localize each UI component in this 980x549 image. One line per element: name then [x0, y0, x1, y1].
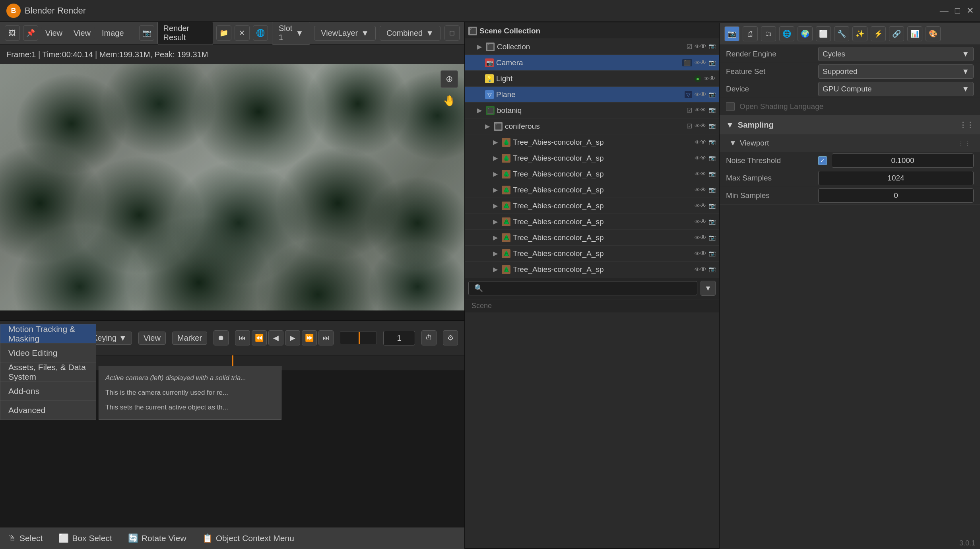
tree-item-6[interactable]: ▶ 🌲 Tree_Abies-concolor_A_sp 👁📷 — [465, 214, 719, 230]
tree-item-7[interactable]: ▶ 🌲 Tree_Abies-concolor_A_sp 👁📷 — [465, 230, 719, 246]
botaniq-render-vis[interactable]: 📷 — [709, 107, 716, 114]
world-props-icon[interactable]: 🌍 — [798, 26, 813, 41]
view-menu-timeline[interactable]: View — [138, 332, 166, 345]
view-menu[interactable]: View — [41, 27, 66, 39]
pin-button[interactable]: 📌 — [23, 25, 38, 41]
tree-vis-3[interactable]: 👁 — [695, 171, 706, 178]
render-viewport[interactable]: ⊕ 🤚 — [0, 64, 464, 310]
botaniq-item[interactable]: ▶ ⬛ botaniq ☑ 👁 📷 — [465, 103, 719, 118]
tree-vis-2[interactable]: 👁 — [695, 155, 706, 162]
noise-threshold-input[interactable]: 0.1000 — [832, 153, 974, 168]
close-render-button[interactable]: ✕ — [235, 25, 250, 41]
data-props-icon[interactable]: 📊 — [907, 26, 922, 41]
close-button[interactable]: ✕ — [966, 6, 974, 16]
tree-item-2[interactable]: ▶ 🌲 Tree_Abies-concolor_A_sp 👁📷 — [465, 150, 719, 166]
folder-icon[interactable]: 📁 — [216, 25, 231, 41]
tree-render-4[interactable]: 📷 — [709, 186, 716, 194]
timeline-sync-button[interactable]: ⚙ — [443, 330, 458, 345]
object-props-icon[interactable]: ⬜ — [816, 26, 831, 41]
tree-item-8[interactable]: ▶ 🌲 Tree_Abies-concolor_A_sp 👁📷 — [465, 246, 719, 262]
output-props-icon[interactable]: 🖨 — [743, 26, 758, 41]
sampling-dots[interactable]: ⋮⋮ — [959, 120, 974, 129]
tree-item-1[interactable]: ▶ 🌲 Tree_Abies-concolor_A_sp 👁📷 — [465, 134, 719, 150]
material-props-icon[interactable]: 🎨 — [926, 26, 941, 41]
tree-vis-1[interactable]: 👁 — [695, 139, 706, 146]
noise-threshold-checkbox[interactable]: ✓ — [818, 156, 827, 165]
step-forward-button[interactable]: ⏩ — [302, 330, 317, 345]
sidebar-item-video-editing[interactable]: Video Editing — [0, 343, 96, 363]
record-button[interactable]: ⏺ — [213, 330, 229, 345]
tree-render-6[interactable]: 📷 — [709, 218, 716, 225]
collection-render-vis[interactable]: 📷 — [709, 43, 716, 50]
outliner-arrow-button[interactable]: ▼ — [701, 281, 716, 296]
device-dropdown[interactable]: GPU Compute ▼ — [818, 82, 974, 96]
globe-icon[interactable]: 🌐 — [253, 25, 268, 41]
light-visibility[interactable]: 👁 — [704, 75, 716, 82]
step-back-button[interactable]: ⏪ — [252, 330, 267, 345]
tree-render-8[interactable]: 📷 — [709, 250, 716, 257]
pass-selector[interactable]: Combined ▼ — [380, 26, 441, 41]
sidebar-item-motion-tracking[interactable]: Motion Tracking & Masking — [0, 324, 96, 343]
minimize-button[interactable]: — — [940, 6, 949, 16]
tree-item-5[interactable]: ▶ 🌲 Tree_Abies-concolor_A_sp 👁📷 — [465, 198, 719, 214]
sidebar-item-assets[interactable]: Assets, Files, & Data System — [0, 363, 96, 382]
botaniq-visibility[interactable]: 👁 — [695, 107, 706, 114]
coniferous-item[interactable]: ▶ ⬛ coniferous ☑ 👁 📷 — [465, 118, 719, 134]
render-props-icon[interactable]: 📷 — [724, 26, 739, 41]
light-item[interactable]: 💡 Light ● 👁 — [465, 71, 719, 87]
tree-vis-9[interactable]: 👁 — [695, 266, 706, 273]
tree-render-1[interactable]: 📷 — [709, 139, 716, 146]
tree-item-4[interactable]: ▶ 🌲 Tree_Abies-concolor_A_sp 👁📷 — [465, 182, 719, 198]
jump-end-button[interactable]: ⏭ — [318, 330, 334, 345]
max-samples-input[interactable]: 1024 — [818, 171, 974, 185]
tree-render-2[interactable]: 📷 — [709, 155, 716, 162]
tree-vis-4[interactable]: 👁 — [695, 186, 706, 194]
botaniq-check[interactable]: ☑ — [687, 107, 692, 114]
scene-collection-header[interactable]: ⬛ Scene Collection — [465, 23, 719, 39]
viewport-subsection[interactable]: ▼ Viewport ⋮⋮ — [720, 134, 980, 152]
tree-vis-7[interactable]: 👁 — [695, 234, 706, 241]
collection-item[interactable]: ▶ ⬛ Collection ☑ 👁 📷 — [465, 39, 719, 55]
feature-set-dropdown[interactable]: Supported ▼ — [818, 64, 974, 79]
coniferous-visibility[interactable]: 👁 — [695, 122, 706, 130]
timeline-scrubber[interactable] — [340, 332, 377, 344]
zoom-to-fit-button[interactable]: ⊕ — [441, 70, 458, 88]
view-menu2[interactable]: View — [70, 27, 95, 39]
min-samples-input[interactable]: 0 — [818, 188, 974, 203]
slot-selector[interactable]: Slot 1 ▼ — [272, 21, 310, 45]
tree-render-9[interactable]: 📷 — [709, 266, 716, 273]
tree-item-9[interactable]: ▶ 🌲 Tree_Abies-concolor_A_sp 👁📷 — [465, 262, 719, 277]
collection-visibility[interactable]: 👁 — [695, 43, 706, 50]
tree-vis-8[interactable]: 👁 — [695, 250, 706, 257]
scene-props-icon[interactable]: 🌐 — [779, 26, 794, 41]
viewport-dots[interactable]: ⋮⋮ — [958, 140, 970, 147]
constraints-props-icon[interactable]: 🔗 — [889, 26, 904, 41]
tree-render-7[interactable]: 📷 — [709, 234, 716, 241]
collection-check[interactable]: ☑ — [687, 43, 692, 50]
coniferous-check[interactable]: ☑ — [687, 122, 692, 130]
editor-type-button[interactable]: 🖼 — [5, 25, 20, 41]
jump-start-button[interactable]: ⏮ — [235, 330, 250, 345]
camera-visibility[interactable]: 👁 — [695, 59, 706, 66]
tree-vis-5[interactable]: 👁 — [695, 202, 706, 210]
display-type-button[interactable]: □ — [444, 25, 460, 41]
maximize-button[interactable]: □ — [955, 6, 960, 16]
render-engine-dropdown[interactable]: Cycles ▼ — [818, 47, 974, 61]
modifier-props-icon[interactable]: 🔧 — [834, 26, 849, 41]
frame-input[interactable]: 1 — [383, 331, 415, 345]
timeline-settings-button[interactable]: ⏱ — [421, 330, 437, 345]
physics-props-icon[interactable]: ⚡ — [871, 26, 886, 41]
plane-item[interactable]: ▽ Plane ▽ 👁 📷 — [465, 87, 719, 103]
particles-props-icon[interactable]: ✨ — [852, 26, 867, 41]
sampling-header[interactable]: ▼ Sampling ⋮⋮ — [720, 115, 980, 134]
view-layer-props-icon[interactable]: 🗂 — [761, 26, 776, 41]
plane-visibility[interactable]: 👁 — [695, 91, 706, 98]
viewlayer-selector[interactable]: ViewLayer ▼ — [314, 26, 376, 41]
play-button[interactable]: ▶ — [285, 330, 300, 345]
sidebar-item-addons[interactable]: Add-ons — [0, 382, 96, 401]
tree-vis-6[interactable]: 👁 — [695, 218, 706, 225]
image-menu[interactable]: Image — [98, 27, 128, 39]
camera-item[interactable]: 📷 Camera ⬛ 👁 📷 — [465, 55, 719, 71]
plane-render-vis[interactable]: 📷 — [709, 91, 716, 98]
tree-item-3[interactable]: ▶ 🌲 Tree_Abies-concolor_A_sp 👁📷 — [465, 166, 719, 182]
